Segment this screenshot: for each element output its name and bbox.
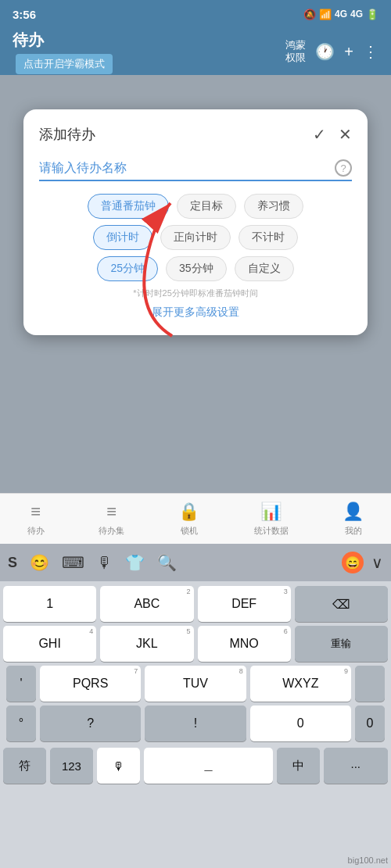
- key-reenter[interactable]: 重输: [295, 626, 388, 662]
- punct-left-col: ' °: [6, 666, 36, 741]
- stats-nav-label: 统计数据: [254, 525, 289, 537]
- key-apostrophe[interactable]: ': [6, 666, 36, 702]
- keyboard: S 😊 ⌨ 🎙 👕 🔍 😄 ∨ 1 2 ABC 3 DEF: [0, 544, 391, 868]
- tag-goal[interactable]: 定目标: [177, 194, 236, 219]
- stats-nav-icon: 📊: [260, 502, 282, 522]
- search-toolbar-icon[interactable]: 🔍: [157, 553, 177, 572]
- key-question[interactable]: ?: [40, 705, 141, 741]
- todo-name-input[interactable]: [39, 156, 352, 181]
- todo-set-nav-label: 待办集: [99, 525, 124, 537]
- signal1-icon: 4G: [335, 9, 347, 20]
- right-col: 0: [355, 666, 385, 741]
- modal-title: 添加待办: [39, 125, 95, 144]
- tag-habit[interactable]: 养习惯: [244, 194, 303, 219]
- mic-toolbar-icon[interactable]: 🎙: [97, 554, 113, 572]
- profile-nav-icon: 👤: [343, 502, 364, 522]
- status-time: 3:56: [13, 8, 36, 21]
- shirt-toolbar-icon[interactable]: 👕: [125, 553, 145, 572]
- tag-custom[interactable]: 自定义: [235, 256, 294, 281]
- key-mic-bottom[interactable]: 🎙: [97, 748, 140, 784]
- keyboard-key-rows: 1 2 ABC 3 DEF ⌫ 4 GHI 5 JKL: [0, 581, 391, 746]
- tag-25min[interactable]: 25分钟: [97, 256, 158, 281]
- nav-right: 鸿蒙权限 🕐 + ⋮: [285, 39, 378, 63]
- tag-row-1: 普通番茄钟 定目标 养习惯: [39, 194, 352, 219]
- status-icons: 🔕 📶 4G 4G 🔋: [303, 9, 378, 20]
- wifi-icon: 📶: [319, 9, 332, 20]
- keyboard-layout-icon[interactable]: ⌨: [62, 553, 84, 572]
- help-icon[interactable]: ?: [335, 159, 352, 177]
- key-return[interactable]: ···: [324, 748, 388, 784]
- key-abc[interactable]: 2 ABC: [100, 586, 193, 622]
- battery-icon: 🔋: [366, 9, 378, 20]
- nav-item-todo[interactable]: ≡ 待办: [27, 502, 45, 537]
- key-symbol[interactable]: 符: [3, 748, 46, 784]
- sogou-icon[interactable]: S: [8, 555, 17, 571]
- tag-no-timer[interactable]: 不计时: [239, 225, 298, 250]
- keyboard-row-2: 4 GHI 5 JKL 6 MNO 重输: [3, 626, 388, 662]
- tag-pomodoro[interactable]: 普通番茄钟: [88, 194, 169, 219]
- todo-nav-label: 待办: [27, 525, 45, 537]
- mute-icon: 🔕: [303, 9, 316, 20]
- keyboard-toolbar: S 😊 ⌨ 🎙 👕 🔍 😄 ∨: [0, 544, 391, 581]
- modal-actions: ✓ ✕: [313, 125, 352, 144]
- nav-item-todo-set[interactable]: ≡ 待办集: [99, 502, 124, 537]
- rights-button[interactable]: 鸿蒙权限: [285, 39, 306, 63]
- tag-row-2: 倒计时 正向计时 不计时: [39, 225, 352, 250]
- more-icon[interactable]: ⋮: [363, 42, 378, 61]
- tag-row-3: 25分钟 35分钟 自定义: [39, 256, 352, 281]
- todo-nav-icon: ≡: [30, 502, 41, 522]
- keyboard-row-3-main: 7 PQRS 8 TUV 9 WXYZ ?: [40, 666, 351, 741]
- key-jkl[interactable]: 5 JKL: [100, 626, 193, 662]
- key-num-sym[interactable]: 123: [50, 748, 93, 784]
- key-space[interactable]: ＿: [144, 748, 273, 784]
- key-ghi[interactable]: 4 GHI: [3, 626, 96, 662]
- key-degree[interactable]: °: [6, 705, 36, 741]
- modal-header: 添加待办 ✓ ✕: [39, 125, 352, 144]
- add-todo-modal: 添加待办 ✓ ✕ ? 普通番茄钟 定目标 养习惯 倒计时 正向计时 不计时: [23, 109, 368, 335]
- expand-advanced-button[interactable]: 展开更多高级设置: [39, 305, 352, 320]
- close-button[interactable]: ✕: [339, 125, 352, 144]
- status-bar: 3:56 🔕 📶 4G 4G 🔋: [0, 0, 391, 28]
- hint-text: *计时时25分钟即标准番茄钟时间: [39, 288, 352, 299]
- learn-mode-button[interactable]: 点击开启学霸模式: [16, 54, 113, 74]
- clock-icon[interactable]: 🕐: [315, 42, 335, 61]
- watermark: big100.net: [348, 855, 388, 865]
- key-backspace[interactable]: ⌫: [295, 586, 388, 622]
- nav-item-lock[interactable]: 🔒 锁机: [178, 502, 199, 537]
- keyboard-toolbar-left: S 😊 ⌨ 🎙 👕 🔍: [8, 553, 177, 572]
- confirm-button[interactable]: ✓: [313, 125, 326, 144]
- emoji-toolbar-icon[interactable]: 😊: [30, 553, 49, 572]
- key-0-main[interactable]: 0: [250, 705, 351, 741]
- key-lang[interactable]: 中: [277, 748, 320, 784]
- rights-label: 鸿蒙权限: [285, 39, 306, 63]
- tag-35min[interactable]: 35分钟: [166, 256, 227, 281]
- nav-item-profile[interactable]: 👤 我的: [343, 502, 364, 537]
- key-mno[interactable]: 6 MNO: [198, 626, 291, 662]
- key-exclaim[interactable]: !: [145, 705, 246, 741]
- tag-countdown[interactable]: 倒计时: [93, 225, 152, 250]
- page-title: 待办: [13, 30, 113, 51]
- keyboard-row-1: 1 2 ABC 3 DEF ⌫: [3, 586, 388, 622]
- collapse-keyboard-icon[interactable]: ∨: [371, 553, 383, 572]
- key-0-side[interactable]: 0: [355, 705, 385, 741]
- lock-nav-icon: 🔒: [178, 502, 199, 522]
- key-right-empty1: [355, 666, 385, 702]
- add-icon[interactable]: +: [344, 43, 353, 61]
- nav-bar: 待办 点击开启学霸模式 鸿蒙权限 🕐 + ⋮: [0, 28, 391, 75]
- key-tuv[interactable]: 8 TUV: [145, 666, 246, 702]
- keyboard-row-4-main: ? ! 0: [40, 705, 351, 741]
- emoji-face-icon[interactable]: 😄: [342, 552, 364, 573]
- todo-name-input-area: ?: [39, 156, 352, 181]
- key-1[interactable]: 1: [3, 586, 96, 622]
- todo-set-nav-icon: ≡: [106, 502, 117, 522]
- nav-item-stats[interactable]: 📊 统计数据: [254, 502, 289, 537]
- key-pqrs[interactable]: 7 PQRS: [40, 666, 141, 702]
- keyboard-bottom-row: 符 123 🎙 ＿ 中 ···: [0, 748, 391, 784]
- profile-nav-label: 我的: [345, 525, 362, 537]
- tag-forward[interactable]: 正向计时: [160, 225, 231, 250]
- key-wxyz[interactable]: 9 WXYZ: [250, 666, 351, 702]
- lock-nav-label: 锁机: [181, 525, 198, 537]
- bottom-nav: ≡ 待办 ≡ 待办集 🔒 锁机 📊 统计数据 👤 我的: [0, 493, 391, 544]
- key-def[interactable]: 3 DEF: [198, 586, 291, 622]
- signal2-icon: 4G: [350, 9, 363, 20]
